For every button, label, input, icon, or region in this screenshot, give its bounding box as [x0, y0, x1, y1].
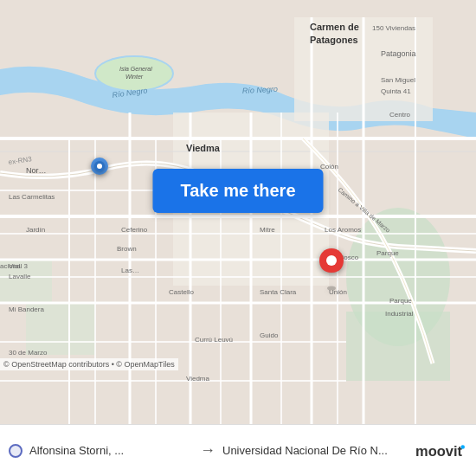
- svg-text:Industrial: Industrial: [385, 310, 414, 318]
- svg-text:Lavalle: Lavalle: [9, 273, 31, 280]
- svg-point-73: [461, 445, 466, 449]
- svg-text:Ceferino: Ceferino: [121, 226, 148, 234]
- svg-text:Las…: Las…: [121, 267, 139, 274]
- svg-text:Colón: Colón: [320, 163, 338, 170]
- destination-section: Universidad Nacional De Río N...: [222, 444, 407, 457]
- svg-text:acional 3: acional 3: [0, 262, 29, 270]
- svg-text:Brown: Brown: [117, 245, 137, 253]
- svg-text:Las Carmelitas: Las Carmelitas: [9, 193, 55, 201]
- svg-text:Los Aromos: Los Aromos: [325, 226, 361, 234]
- origin-section: Alfonsina Storni, ...: [9, 444, 193, 458]
- svg-text:Patagonia: Patagonia: [381, 49, 416, 58]
- svg-text:Parque: Parque: [389, 297, 412, 305]
- svg-text:Viedma: Viedma: [186, 375, 210, 383]
- svg-text:Centro: Centro: [389, 111, 411, 119]
- svg-text:Santa Clara: Santa Clara: [260, 288, 297, 296]
- svg-text:Nor…: Nor…: [26, 166, 47, 175]
- svg-text:Mitre: Mitre: [260, 226, 275, 234]
- map-container: Isla General Winter: [0, 0, 476, 424]
- svg-text:Viedma: Viedma: [186, 143, 221, 153]
- svg-text:150 Viviendas: 150 Viviendas: [372, 24, 415, 32]
- origin-text: Alfonsina Storni, ...: [29, 444, 124, 457]
- svg-text:30 de Marzo: 30 de Marzo: [9, 349, 48, 357]
- svg-text:Patagones: Patagones: [310, 35, 358, 45]
- svg-text:Mi Bandera: Mi Bandera: [9, 306, 44, 313]
- svg-text:Parque: Parque: [376, 249, 399, 257]
- svg-text:San Miguel: San Miguel: [381, 76, 415, 84]
- bottom-bar: Alfonsina Storni, ... → Universidad Naci…: [0, 424, 476, 476]
- svg-text:Winter: Winter: [125, 74, 144, 80]
- svg-point-70: [327, 286, 336, 291]
- svg-text:moovit: moovit: [415, 443, 463, 459]
- svg-point-69: [97, 164, 102, 169]
- origin-icon: [9, 444, 23, 458]
- svg-rect-2: [346, 312, 450, 381]
- svg-text:Carmen de: Carmen de: [310, 22, 359, 32]
- svg-text:Currú Leuvú: Currú Leuvú: [195, 336, 233, 344]
- osm-attribution: © OpenStreetMap contributors • © OpenMap…: [0, 358, 178, 370]
- svg-point-71: [326, 255, 337, 266]
- svg-text:Isla General: Isla General: [119, 66, 152, 72]
- direction-arrow-icon: →: [200, 441, 215, 460]
- svg-text:Jardín: Jardín: [26, 226, 45, 234]
- svg-text:Castello: Castello: [169, 288, 194, 296]
- destination-text: Universidad Nacional De Río N...: [222, 444, 388, 457]
- take-me-there-button[interactable]: Take me there: [152, 169, 323, 213]
- svg-text:Quinta 41: Quinta 41: [381, 87, 411, 95]
- svg-text:Guido: Guido: [260, 331, 279, 339]
- moovit-logo: moovit: [415, 441, 467, 461]
